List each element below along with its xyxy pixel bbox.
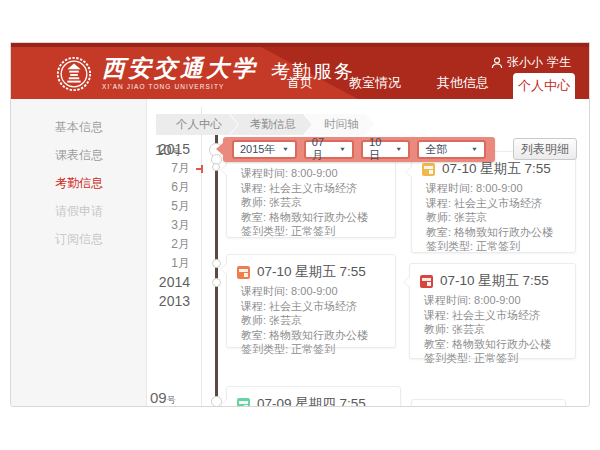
- card-row: 签到类型: 正常签到: [227, 224, 395, 239]
- month-select[interactable]: 07月 ▼: [304, 140, 354, 159]
- main-nav: 首页 教室情况 其他信息 个人中心: [269, 73, 575, 99]
- card-arrow-icon: [220, 399, 227, 407]
- card-title: 07-10 星期五 7:55: [257, 263, 366, 281]
- university-name-cn: 西安交通大学: [102, 57, 258, 80]
- card-arrow-icon: [403, 276, 410, 288]
- calendar-yellow-icon: [422, 163, 435, 176]
- breadcrumb: 个人中心 考勤信息 时间轴: [156, 114, 375, 135]
- calendar-orange-icon: [237, 266, 250, 279]
- card-row: 教室: 格物致知行政办公楼: [227, 328, 395, 343]
- nav-item-personal-center[interactable]: 个人中心: [513, 73, 575, 99]
- card-title: 07-09 星期四 7:55: [257, 395, 366, 407]
- year-select-value: 2015年: [240, 142, 275, 157]
- user-name: 张小小: [507, 54, 543, 71]
- app-body: 基本信息 课表信息 考勤信息 请假申请 订阅信息 个人中心 考勤信息 时间轴 2…: [11, 99, 589, 407]
- attendance-card[interactable]: 07-10 星期五 7:55 课程时间: 8:00-9:00 课程: 社会主义市…: [409, 263, 576, 359]
- sidebar-item-basic-info[interactable]: 基本信息: [11, 113, 146, 141]
- chevron-down-icon: ▼: [339, 147, 346, 153]
- university-logo-icon: [55, 55, 93, 93]
- sidebar-item-subscription-info[interactable]: 订阅信息: [11, 225, 146, 253]
- card-title: 07-10 星期五 7:55: [440, 272, 549, 290]
- card-row: 教室: 格物致知行政办公楼: [227, 210, 395, 225]
- card-row: 教师: 张芸京: [227, 313, 395, 328]
- sidebar-item-leave-request[interactable]: 请假申请: [11, 197, 146, 225]
- filter-bar: 2015年 ▼ 07月 ▼ 10日 ▼ 全部 ▼: [223, 137, 495, 162]
- user-info[interactable]: 张小小 学生: [491, 54, 571, 71]
- scale-month-01[interactable]: 1月: [147, 254, 196, 273]
- scale-separator-line: [201, 107, 202, 407]
- breadcrumb-personal-center[interactable]: 个人中心: [156, 114, 238, 135]
- card-arrow-icon: [405, 166, 412, 178]
- card-row: 教师: 张芸京: [227, 195, 395, 210]
- nav-item-other-info[interactable]: 其他信息: [419, 74, 507, 99]
- card-row: 课程: 社会主义市场经济: [227, 299, 395, 314]
- scale-month-05[interactable]: 5月: [147, 197, 196, 216]
- card-row: 教室: 格物致知行政办公楼: [412, 225, 575, 240]
- header-top-strip: [11, 43, 589, 47]
- card-row: 签到类型: 正常签到: [410, 351, 575, 366]
- card-row: 课程: 社会主义市场经济: [227, 181, 395, 196]
- scale-year-2014[interactable]: 2014: [147, 273, 196, 292]
- app-header: 西安交通大学 XI'AN JIAO TONG UNIVERSITY 考勤服务 张…: [11, 43, 589, 99]
- attendance-card[interactable]: 07-10 星期五 7:55 课程时间: 8:00-9:00 课程: 社会主义市…: [411, 151, 576, 253]
- card-row: 课程: 社会主义市场经济: [412, 196, 575, 211]
- card-row: 课程时间: 8:00-9:00: [410, 293, 575, 308]
- timeline-scale: 2015 7月 6月 5月 3月 2月 1月 2014 2013: [147, 140, 196, 311]
- chevron-down-icon: ▼: [395, 147, 402, 153]
- card-title: 07-10 星期五 7:55: [442, 160, 551, 178]
- card-row: 课程: 社会主义市场经济: [410, 308, 575, 323]
- day-label-09: 09号: [150, 389, 176, 407]
- timeline-dot: [212, 278, 221, 287]
- type-select[interactable]: 全部 ▼: [417, 140, 486, 159]
- scale-month-06[interactable]: 6月: [147, 178, 196, 197]
- app-window: 西安交通大学 XI'AN JIAO TONG UNIVERSITY 考勤服务 张…: [10, 42, 590, 407]
- attendance-card-partial[interactable]: [411, 399, 566, 407]
- sidebar-item-attendance-info[interactable]: 考勤信息: [11, 169, 146, 197]
- nav-item-classrooms[interactable]: 教室情况: [331, 74, 419, 99]
- day-label-10: 10号: [155, 141, 181, 159]
- content-area: 个人中心 考勤信息 时间轴 2015 7月 6月 5月 3月 2月 1月 201…: [147, 99, 589, 407]
- scale-month-03[interactable]: 3月: [147, 216, 196, 235]
- card-row: 教师: 张芸京: [412, 210, 575, 225]
- university-name: 西安交通大学 XI'AN JIAO TONG UNIVERSITY: [102, 57, 258, 91]
- university-name-en: XI'AN JIAO TONG UNIVERSITY: [102, 84, 258, 91]
- attendance-card[interactable]: 07-09 星期四 7:55: [226, 386, 401, 407]
- card-row: 签到类型: 正常签到: [412, 239, 575, 254]
- attendance-card[interactable]: 07-10 星期五 7:55 课程时间: 8:00-9:00 课程: 社会主义市…: [226, 254, 396, 348]
- scale-year-2013[interactable]: 2013: [147, 292, 196, 311]
- calendar-red-icon: [420, 275, 433, 288]
- nav-item-home[interactable]: 首页: [269, 74, 331, 99]
- calendar-green-icon: [237, 398, 250, 408]
- chevron-down-icon: ▼: [471, 147, 478, 153]
- breadcrumb-attendance-info[interactable]: 考勤信息: [230, 114, 312, 135]
- sidebar-item-timetable-info[interactable]: 课表信息: [11, 141, 146, 169]
- year-select[interactable]: 2015年 ▼: [232, 140, 297, 159]
- chevron-down-icon: ▼: [282, 147, 289, 153]
- day-select-value: 10日: [369, 136, 390, 163]
- card-row: 教室: 格物致知行政办公楼: [410, 337, 575, 352]
- month-select-value: 07月: [312, 136, 334, 163]
- breadcrumb-timeline[interactable]: 时间轴: [304, 114, 375, 135]
- card-arrow-icon: [220, 164, 227, 176]
- type-select-value: 全部: [425, 142, 447, 157]
- day-select[interactable]: 10日 ▼: [361, 140, 410, 159]
- sidebar: 基本信息 课表信息 考勤信息 请假申请 订阅信息: [11, 99, 147, 407]
- card-row: 课程时间: 8:00-9:00: [227, 166, 395, 181]
- card-row: 课程时间: 8:00-9:00: [227, 284, 395, 299]
- user-icon: [491, 57, 503, 69]
- card-arrow-icon: [220, 263, 227, 275]
- user-role: 学生: [547, 54, 571, 71]
- card-row: 签到类型: 正常签到: [227, 342, 395, 357]
- scale-month-07[interactable]: 7月: [147, 159, 196, 178]
- timeline-dot: [212, 163, 220, 171]
- card-row: 课程时间: 8:00-9:00: [412, 181, 575, 196]
- current-month-marker-icon: [196, 168, 203, 170]
- card-row: 教师: 张芸京: [410, 322, 575, 337]
- scale-month-02[interactable]: 2月: [147, 235, 196, 254]
- list-detail-button[interactable]: 列表明细: [513, 138, 577, 160]
